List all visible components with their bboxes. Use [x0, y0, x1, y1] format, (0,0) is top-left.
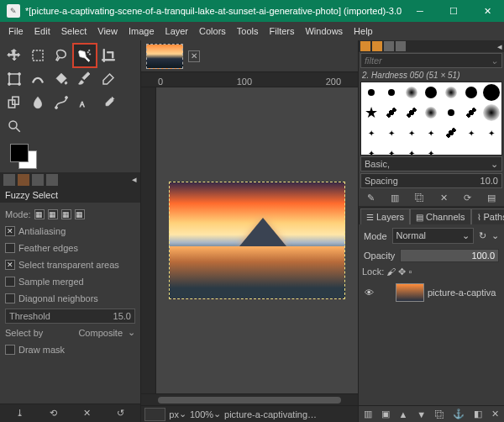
- up-layer-icon[interactable]: ▲: [399, 409, 408, 419]
- save-preset-icon[interactable]: ⤓: [16, 408, 24, 419]
- menu-view[interactable]: View: [92, 24, 123, 38]
- smudge-tool[interactable]: [27, 92, 49, 113]
- mask-layer-icon[interactable]: ◧: [474, 409, 482, 419]
- close-button[interactable]: ✕: [470, 0, 504, 22]
- menu-layer[interactable]: Layer: [160, 24, 194, 38]
- tab-tool-options-icon[interactable]: [3, 174, 15, 186]
- del-layer-icon[interactable]: ✕: [491, 409, 499, 419]
- tab-layers[interactable]: ☰Layers: [360, 208, 410, 224]
- history-tab-icon[interactable]: [396, 41, 406, 51]
- layer-row[interactable]: 👁 picture-a-captiva: [360, 281, 502, 304]
- reset-preset-icon[interactable]: ↺: [117, 408, 124, 419]
- transp-check[interactable]: ✕: [5, 260, 15, 270]
- fonts-tab-icon[interactable]: [384, 41, 394, 51]
- warp-tool[interactable]: [27, 68, 49, 90]
- drawmask-check[interactable]: [5, 345, 15, 355]
- clone-tool[interactable]: [3, 92, 25, 113]
- group-layer-icon[interactable]: ▣: [381, 409, 390, 419]
- spacing-slider[interactable]: Spacing10.0: [360, 173, 502, 188]
- layer-switch-icon[interactable]: ↻: [479, 230, 486, 241]
- patterns-tab-icon[interactable]: [372, 41, 382, 51]
- tab-history-icon[interactable]: [32, 174, 44, 186]
- down-layer-icon[interactable]: ▼: [417, 409, 426, 419]
- tab-device-icon[interactable]: [18, 174, 29, 186]
- brush-filter-input[interactable]: filter⌄: [360, 53, 502, 68]
- layer-mode-select[interactable]: Normal⌄: [392, 228, 474, 244]
- canvas[interactable]: [156, 87, 358, 393]
- maximize-button[interactable]: ☐: [437, 0, 470, 22]
- open-brush-icon[interactable]: ▤: [487, 193, 496, 203]
- menu-edit[interactable]: Edit: [29, 24, 55, 38]
- menu-filters[interactable]: Filters: [265, 24, 300, 38]
- menu-colors[interactable]: Colors: [194, 24, 231, 38]
- edit-brush-icon[interactable]: ✎: [367, 193, 375, 203]
- brush-preset-select[interactable]: Basic,⌄: [360, 156, 502, 171]
- feather-check[interactable]: [5, 243, 15, 253]
- rect-select-tool[interactable]: [27, 45, 49, 66]
- mode-sub[interactable]: ▦: [61, 209, 71, 219]
- new-brush-icon[interactable]: ▥: [391, 193, 399, 203]
- move-tool[interactable]: [3, 45, 25, 66]
- transform-tool[interactable]: [3, 68, 25, 90]
- delete-preset-icon[interactable]: ✕: [83, 408, 91, 419]
- merge-layer-icon[interactable]: ⚓: [453, 409, 465, 419]
- paintbrush-tool[interactable]: [74, 68, 96, 90]
- antialias-check[interactable]: ✕: [5, 226, 15, 236]
- menu-tools[interactable]: Tools: [232, 24, 264, 38]
- menu-image[interactable]: Image: [123, 24, 160, 38]
- path-tool[interactable]: [50, 92, 72, 113]
- menu-select[interactable]: Select: [56, 24, 92, 38]
- opacity-label: Opacity: [364, 251, 395, 261]
- status-unit[interactable]: px ⌄: [169, 409, 186, 419]
- status-zoom[interactable]: 100% ⌄: [190, 409, 221, 419]
- mode-replace[interactable]: ▦: [34, 209, 45, 219]
- opacity-slider[interactable]: 100.0: [400, 249, 499, 262]
- menu-help[interactable]: Help: [349, 24, 378, 38]
- image-content[interactable]: [169, 182, 345, 299]
- tab-channels[interactable]: ▤Channels: [410, 208, 470, 224]
- refresh-brush-icon[interactable]: ⟳: [464, 193, 471, 203]
- visibility-icon[interactable]: 👁: [362, 287, 375, 298]
- zoom-tool[interactable]: [3, 115, 25, 137]
- color-swatch[interactable]: [10, 144, 40, 169]
- restore-preset-icon[interactable]: ⟲: [50, 408, 57, 419]
- drawmask-label: Draw mask: [18, 345, 65, 355]
- color-picker-tool[interactable]: [97, 92, 119, 113]
- threshold-slider[interactable]: Threshold 15.0: [5, 309, 135, 324]
- image-tab-close[interactable]: ✕: [188, 50, 200, 62]
- tab-image-icon[interactable]: [46, 174, 58, 186]
- new-layer-icon[interactable]: ▥: [364, 409, 372, 419]
- layer-name[interactable]: picture-a-captiva: [428, 287, 496, 298]
- fg-color[interactable]: [10, 144, 29, 162]
- status-layer: picture-a-captivating…: [224, 409, 354, 419]
- svg-point-11: [55, 107, 58, 109]
- chevron-down-icon[interactable]: ⌄: [128, 327, 135, 338]
- eraser-tool[interactable]: [97, 68, 119, 90]
- dup-brush-icon[interactable]: ⿻: [415, 193, 424, 203]
- brush-grid[interactable]: [360, 82, 502, 156]
- image-tab-thumb[interactable]: [146, 44, 183, 69]
- mode-int[interactable]: ▦: [75, 209, 85, 219]
- svg-point-2: [89, 54, 91, 55]
- tab-paths[interactable]: ⌇Paths: [471, 208, 504, 224]
- bucket-tool[interactable]: [50, 68, 72, 90]
- free-select-tool[interactable]: [50, 45, 72, 66]
- menu-windows[interactable]: Windows: [300, 24, 348, 38]
- horizontal-scrollbar[interactable]: [141, 393, 358, 405]
- menu-file[interactable]: File: [3, 24, 29, 38]
- svg-point-1: [87, 52, 89, 54]
- del-brush-icon[interactable]: ✕: [440, 193, 448, 203]
- text-tool[interactable]: A: [74, 92, 96, 113]
- dock-menu-icon[interactable]: ◂: [497, 41, 502, 51]
- selectby-value[interactable]: Composite: [78, 328, 123, 338]
- mode-add[interactable]: ▦: [48, 209, 58, 219]
- dup-layer-icon[interactable]: ⿻: [435, 409, 444, 419]
- sample-check[interactable]: [5, 277, 15, 287]
- minimize-button[interactable]: ─: [403, 0, 437, 22]
- tab-menu-icon[interactable]: ◂: [132, 174, 137, 186]
- fuzzy-select-tool[interactable]: [74, 45, 96, 66]
- crop-tool[interactable]: [97, 45, 119, 66]
- toolbox: A: [0, 40, 140, 172]
- brushes-tab-icon[interactable]: [360, 41, 370, 51]
- diag-check[interactable]: [5, 293, 15, 303]
